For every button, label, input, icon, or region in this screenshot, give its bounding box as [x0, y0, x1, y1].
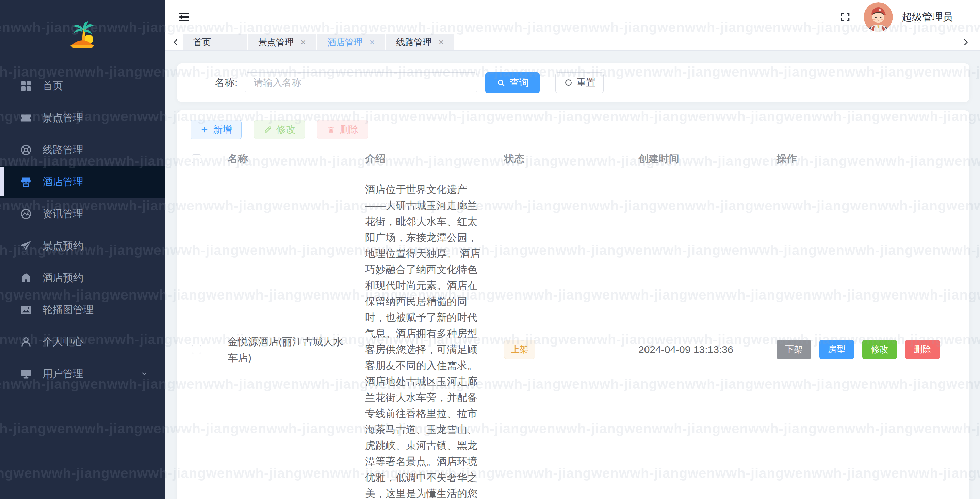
- user-icon: [20, 336, 32, 348]
- pencil-icon: [263, 125, 272, 134]
- delete-button[interactable]: 删除: [317, 120, 368, 139]
- status-cell: 上架: [504, 340, 638, 359]
- reset-button-label: 重置: [576, 76, 595, 89]
- search-icon: [496, 78, 506, 88]
- hotel-intro: 酒店位于世界文化遗产——大研古城玉河走廊兰花街，毗邻大水车、红太阳广场，东接龙潭…: [365, 182, 484, 499]
- tab-label: 酒店管理: [327, 37, 363, 48]
- sidebar-item-profile[interactable]: 个人中心: [0, 326, 165, 358]
- sidebar-item-label: 景点预约: [43, 239, 83, 253]
- column-header-intro: 介绍: [365, 152, 504, 166]
- sidebar-item-home[interactable]: 首页: [0, 70, 165, 102]
- app-logo: [0, 0, 165, 70]
- tab-routes[interactable]: 线路管理 ×: [386, 34, 454, 50]
- tabbar: 首页 景点管理 × 酒店管理 × 线路管理 ×: [165, 34, 980, 51]
- sidebar-item-carousel[interactable]: 轮播图管理: [0, 294, 165, 326]
- chevron-down-icon: [140, 369, 149, 378]
- sidebar-item-label: 景点管理: [43, 111, 83, 125]
- table-toolbar: 新增 修改 删除: [191, 120, 961, 139]
- table-row: 金悦源酒店(丽江古城大水车店) 酒店位于世界文化遗产——大研古城玉河走廊兰花街，…: [185, 171, 961, 499]
- column-header-created: 创建时间: [638, 152, 776, 166]
- username[interactable]: 超级管理员: [902, 10, 953, 24]
- sidebar-item-label: 轮播图管理: [43, 303, 94, 317]
- sidebar-item-attraction-booking[interactable]: 景点预约: [0, 230, 165, 262]
- sidebar-item-label: 用户管理: [43, 367, 83, 381]
- tabs-scroll-right-icon[interactable]: [958, 34, 972, 50]
- add-button-label: 新增: [213, 123, 232, 136]
- avatar[interactable]: [864, 2, 893, 32]
- grid-icon: [20, 80, 32, 92]
- sidebar-item-attractions[interactable]: 景点管理: [0, 102, 165, 134]
- table-card: 新增 修改 删除 名称 介绍 状态: [177, 110, 969, 499]
- table-header: 名称 介绍 状态 创建时间 操作: [185, 147, 961, 171]
- fullscreen-icon[interactable]: [838, 10, 852, 24]
- search-field-label: 名称:: [215, 76, 237, 90]
- row-edit-button[interactable]: 修改: [862, 340, 897, 359]
- edit-button-label: 修改: [276, 123, 295, 136]
- sidebar-collapse-button[interactable]: [176, 10, 191, 24]
- sidebar-item-routes[interactable]: 线路管理: [0, 134, 165, 166]
- status-badge: 上架: [504, 340, 535, 359]
- plus-icon: [200, 125, 209, 134]
- column-header-actions: 操作: [776, 152, 961, 166]
- tab-close-icon[interactable]: ×: [301, 38, 306, 47]
- sidebar-item-label: 首页: [43, 79, 63, 93]
- sidebar-item-news[interactable]: 资讯管理: [0, 198, 165, 230]
- room-type-button[interactable]: 房型: [819, 340, 854, 359]
- row-actions: 下架 房型 修改 删除: [776, 340, 961, 359]
- add-button[interactable]: 新增: [191, 120, 242, 139]
- sidebar: 首页 景点管理 线路管理 酒店管理: [0, 0, 165, 499]
- sidebar-item-label: 线路管理: [43, 143, 83, 157]
- lifebuoy-icon: [20, 143, 32, 156]
- ticket-icon: [20, 112, 32, 124]
- off-shelf-button[interactable]: 下架: [776, 340, 811, 359]
- tab-label: 景点管理: [258, 37, 294, 48]
- paper-plane-icon: [20, 240, 32, 252]
- reset-button[interactable]: 重置: [555, 72, 604, 93]
- row-checkbox[interactable]: [192, 345, 201, 354]
- picture-round-icon: [20, 208, 32, 220]
- refresh-icon: [563, 78, 572, 87]
- tabs-scroll-left-icon[interactable]: [169, 34, 183, 50]
- tab-label: 线路管理: [396, 37, 432, 48]
- sidebar-item-label: 资讯管理: [43, 207, 83, 221]
- search-card: 名称: 查询 重置: [177, 63, 969, 102]
- select-all-checkbox[interactable]: [192, 154, 201, 163]
- column-header-status: 状态: [504, 152, 638, 166]
- page-content: 名称: 查询 重置 新增: [165, 51, 980, 499]
- created-time: 2024-04-09 13:13:36: [638, 344, 776, 356]
- column-header-name: 名称: [228, 152, 365, 166]
- sidebar-item-hotel-booking[interactable]: 酒店预约: [0, 262, 165, 294]
- sidebar-menu: 首页 景点管理 线路管理 酒店管理: [0, 70, 165, 390]
- sidebar-item-label: 酒店预约: [43, 271, 83, 285]
- tab-label: 首页: [193, 37, 211, 48]
- monitor-icon: [20, 368, 32, 380]
- sidebar-item-users[interactable]: 用户管理: [0, 358, 165, 390]
- house-icon: [20, 272, 32, 284]
- tab-hotels[interactable]: 酒店管理 ×: [317, 34, 385, 50]
- delete-button-label: 删除: [340, 123, 359, 136]
- shop-icon: [20, 175, 32, 188]
- main-area: 超级管理员 首页 景点管理 × 酒店管理 × 线路管理: [165, 0, 980, 499]
- sidebar-item-hotels[interactable]: 酒店管理: [0, 166, 165, 198]
- tab-home[interactable]: 首页: [183, 34, 247, 50]
- picture-icon: [20, 304, 32, 316]
- query-button[interactable]: 查询: [485, 72, 540, 93]
- tab-attractions[interactable]: 景点管理 ×: [248, 34, 316, 50]
- tab-close-icon[interactable]: ×: [439, 38, 444, 47]
- sidebar-item-label: 酒店管理: [43, 175, 83, 189]
- app-root: 首页 景点管理 线路管理 酒店管理: [0, 0, 980, 499]
- query-button-label: 查询: [510, 76, 529, 89]
- tabs: 首页 景点管理 × 酒店管理 × 线路管理 ×: [183, 34, 454, 50]
- palm-tree-logo-icon: [66, 19, 99, 51]
- row-delete-button[interactable]: 删除: [905, 340, 940, 359]
- tab-close-icon[interactable]: ×: [369, 38, 375, 47]
- search-input[interactable]: [245, 72, 477, 93]
- sidebar-item-label: 个人中心: [43, 335, 83, 349]
- edit-button[interactable]: 修改: [254, 120, 305, 139]
- topbar: 超级管理员: [165, 0, 980, 34]
- trash-icon: [327, 125, 336, 134]
- hotel-name: 金悦源酒店(丽江古城大水车店): [228, 333, 352, 365]
